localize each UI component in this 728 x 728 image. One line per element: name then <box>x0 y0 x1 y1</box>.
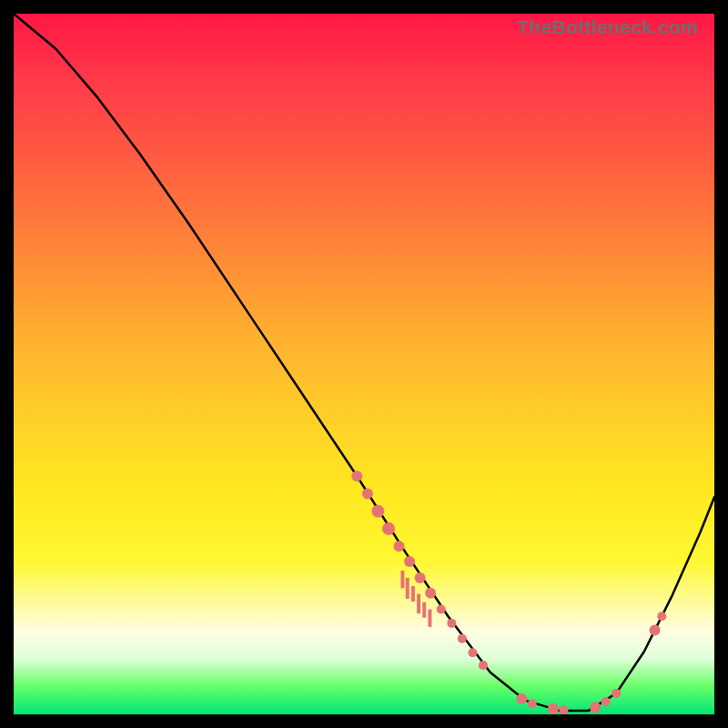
data-point-ascending <box>657 612 666 621</box>
data-point-descending <box>447 619 456 628</box>
data-point-descending <box>437 605 446 614</box>
mini-bar-icon <box>428 610 431 627</box>
data-point-valley <box>548 703 559 714</box>
data-point-valley <box>612 689 621 698</box>
data-point-descending <box>394 541 405 551</box>
data-point-descending <box>371 505 384 518</box>
data-point-descending <box>425 588 436 599</box>
data-point-descending <box>382 522 395 535</box>
data-point-descending <box>468 648 477 657</box>
data-point-descending <box>458 634 467 643</box>
plot-background-gradient: TheBottleneck.com <box>14 14 714 714</box>
data-point-valley <box>560 705 569 714</box>
mini-bar-icon <box>411 586 415 602</box>
data-point-descending <box>404 556 415 567</box>
data-point-descending <box>415 572 426 583</box>
chart-container: TheBottleneck.com <box>0 0 728 728</box>
chart-overlay-svg <box>14 14 714 714</box>
data-point-descending <box>351 470 362 481</box>
data-point-ascending <box>650 625 661 636</box>
data-point-valley <box>516 693 527 704</box>
mini-bar-icon <box>406 578 410 599</box>
data-point-descending <box>479 661 488 670</box>
data-point-valley <box>528 700 537 709</box>
mini-bar-icon <box>422 602 426 618</box>
data-point-valley <box>602 697 611 706</box>
mini-bar-icon <box>417 594 420 614</box>
data-point-descending <box>362 489 373 500</box>
data-point-valley <box>590 702 601 713</box>
mini-bar-icon <box>400 571 404 588</box>
bottleneck-curve <box>14 14 714 711</box>
